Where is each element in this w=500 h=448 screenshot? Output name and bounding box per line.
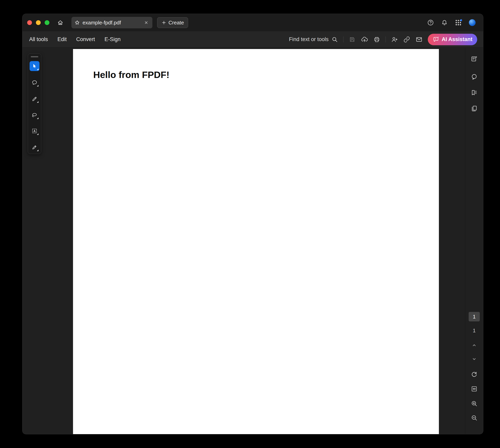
right-rail: 1 1 (465, 48, 483, 434)
star-icon[interactable] (74, 20, 80, 26)
toolbar-actions: Find text or tools (289, 34, 483, 45)
window-controls (27, 14, 49, 31)
titlebar-right-icons (427, 14, 476, 31)
lasso-tool-button[interactable] (30, 110, 39, 120)
page-up-icon (471, 342, 478, 349)
notification-dot (460, 19, 462, 21)
close-window-button[interactable] (27, 20, 32, 25)
create-button[interactable]: Create (157, 17, 188, 28)
search-icon (331, 36, 338, 43)
apps-button[interactable] (454, 19, 462, 26)
account-button[interactable] (468, 19, 476, 26)
minimize-window-button[interactable] (36, 20, 41, 25)
link-icon (403, 36, 410, 43)
comments-panel-icon (471, 73, 478, 80)
zoom-window-button[interactable] (45, 20, 49, 25)
toolbar-menus: All tools Edit Convert E-Sign (22, 31, 125, 48)
summary-panel-button[interactable] (469, 54, 479, 64)
share-upload-button[interactable] (361, 36, 368, 43)
ai-assistant-button[interactable]: AI Assistant (428, 34, 477, 45)
flyout-indicator (37, 101, 38, 103)
flyout-indicator (37, 68, 38, 70)
home-icon (57, 19, 64, 26)
flyout-indicator (37, 150, 38, 151)
highlight-tool-button[interactable] (30, 94, 39, 104)
help-button[interactable] (427, 19, 434, 26)
acrobat-window: example-fpdf.pdf Create (22, 14, 483, 434)
flyout-indicator (37, 117, 38, 119)
toolbar-divider (343, 36, 343, 42)
zoom-in-icon (471, 400, 478, 407)
close-tab-button[interactable] (143, 19, 150, 26)
summary-panel-icon (471, 55, 478, 63)
menu-edit[interactable]: Edit (53, 31, 72, 48)
pdf-page: Hello from FPDF! (73, 49, 439, 434)
zoom-out-icon (471, 414, 478, 421)
add-user-icon (391, 36, 398, 43)
current-page-input[interactable]: 1 (469, 312, 480, 321)
fill-sign-tool-button[interactable] (30, 142, 39, 152)
ai-assistant-label: AI Assistant (442, 36, 472, 42)
close-icon (144, 20, 149, 25)
create-button-label: Create (168, 20, 184, 26)
next-page-button[interactable] (469, 354, 479, 364)
menu-convert[interactable]: Convert (71, 31, 100, 48)
menu-all-tools[interactable]: All tools (24, 31, 53, 48)
plus-icon (161, 20, 166, 25)
bookmarks-panel-icon (471, 89, 478, 96)
pdf-heading: Hello from FPDF! (93, 69, 169, 80)
help-icon (427, 19, 434, 26)
notifications-button[interactable] (441, 19, 448, 26)
save-button[interactable] (349, 36, 356, 43)
find-label: Find text or tools (289, 36, 329, 42)
request-signatures-button[interactable] (391, 36, 398, 43)
total-pages-label: 1 (469, 326, 479, 335)
select-tool-button[interactable] (30, 61, 39, 71)
add-comment-tool-button[interactable] (30, 78, 39, 87)
find-button[interactable]: Find text or tools (289, 36, 338, 43)
bookmarks-panel-button[interactable] (469, 88, 479, 97)
toolbar-divider (386, 36, 386, 42)
rotate-page-button[interactable] (469, 370, 479, 379)
text-select-tool-button[interactable] (30, 126, 39, 136)
page-fit-button[interactable] (469, 384, 479, 394)
page-thumbnails-icon (471, 105, 478, 112)
flyout-indicator (37, 133, 38, 135)
home-button[interactable] (56, 19, 65, 27)
share-link-button[interactable] (403, 36, 410, 43)
ai-sparkle-icon (433, 36, 439, 43)
document-viewer: Hello from FPDF! (22, 48, 483, 434)
cloud-upload-icon (361, 36, 368, 43)
print-button[interactable] (373, 36, 380, 43)
flyout-indicator (37, 85, 38, 86)
bell-icon (441, 19, 448, 26)
print-icon (373, 36, 380, 43)
page-thumbnails-panel-button[interactable] (469, 104, 479, 113)
document-tab[interactable]: example-fpdf.pdf (71, 17, 152, 28)
main-toolbar: All tools Edit Convert E-Sign Find text … (22, 31, 483, 48)
page-fit-icon (471, 385, 478, 392)
comments-panel-button[interactable] (469, 72, 479, 81)
avatar (469, 19, 476, 26)
zoom-out-button[interactable] (469, 413, 479, 423)
menu-esign[interactable]: E-Sign (100, 31, 125, 48)
palette-drag-handle[interactable] (31, 56, 38, 57)
rotate-page-icon (471, 371, 478, 378)
save-icon (349, 36, 355, 43)
mail-icon (416, 36, 423, 43)
email-button[interactable] (416, 36, 423, 43)
tab-title: example-fpdf.pdf (82, 20, 141, 26)
titlebar: example-fpdf.pdf Create (22, 14, 483, 31)
page-down-icon (471, 356, 478, 363)
previous-page-button[interactable] (469, 340, 479, 350)
quick-tools-palette (28, 54, 41, 154)
select-cursor-icon (32, 63, 37, 69)
zoom-in-button[interactable] (469, 399, 479, 408)
